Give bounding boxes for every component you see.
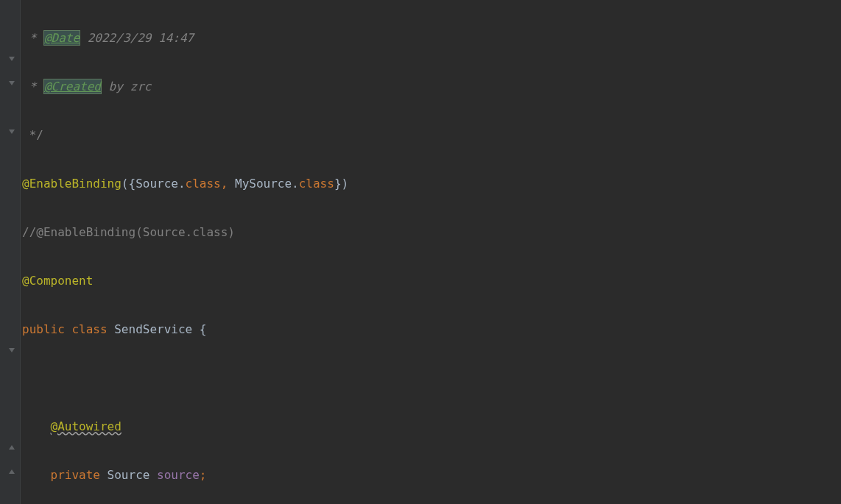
fold-icon[interactable] bbox=[7, 443, 16, 452]
code-line: public class SendService { bbox=[21, 317, 841, 341]
fold-icon[interactable] bbox=[7, 346, 16, 355]
code-line: * @Date 2022/3/29 14:47 bbox=[21, 26, 841, 50]
javadoc-tag: @Date bbox=[43, 30, 80, 46]
code-line: * @Created by zrc bbox=[21, 74, 841, 99]
javadoc-tag: @Created bbox=[43, 79, 102, 94]
code-line: private Source source; bbox=[21, 463, 841, 487]
fold-icon[interactable] bbox=[7, 127, 16, 136]
code-line: @Component bbox=[21, 269, 841, 293]
code-line: @Autowired bbox=[21, 414, 841, 439]
fold-icon[interactable] bbox=[7, 467, 16, 476]
code-line bbox=[21, 366, 841, 390]
code-line: @EnableBinding({Source.class, MySource.c… bbox=[21, 171, 841, 196]
fold-icon[interactable] bbox=[7, 79, 16, 88]
fold-icon[interactable] bbox=[7, 54, 16, 63]
editor-gutter bbox=[0, 0, 21, 504]
code-line: */ bbox=[21, 123, 841, 147]
code-editor[interactable]: * @Date 2022/3/29 14:47 * @Created by zr… bbox=[21, 0, 841, 504]
code-line: //@EnableBinding(Source.class) bbox=[21, 220, 841, 244]
